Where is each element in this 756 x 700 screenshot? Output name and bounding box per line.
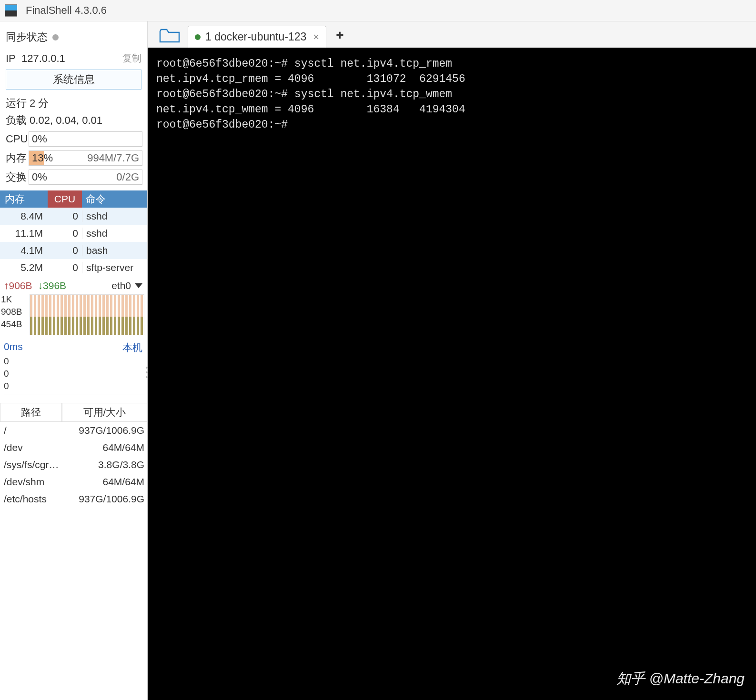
tab-bar: 1 docker-ubuntu-123 × + — [148, 21, 756, 48]
title-bar: FinalShell 4.3.0.6 — [0, 0, 756, 21]
cpu-row: CPU 0% — [0, 130, 147, 149]
mem-percent: 13% — [29, 152, 53, 164]
disk-row[interactable]: /etc/hosts937G/1006.9G — [0, 490, 147, 508]
disk-table: 路径 可用/大小 /937G/1006.9G/dev64M/64M/sys/fs… — [0, 403, 147, 508]
right-pane: 1 docker-ubuntu-123 × + root@6e56f3dbe02… — [148, 21, 756, 700]
tab-label: 1 docker-ubuntu-123 — [205, 30, 306, 43]
ping-graph: 0 0 0 — [4, 355, 145, 394]
mem-label: 内存 — [6, 151, 29, 165]
disk-row[interactable]: /sys/fs/cgro...3.8G/3.8G — [0, 456, 147, 473]
proc-cmd: bash — [82, 245, 147, 256]
ping-yaxis-0: 0 — [4, 355, 145, 368]
process-row[interactable]: 11.1M0sshd — [0, 225, 147, 242]
new-tab-button[interactable]: + — [336, 28, 343, 43]
disk-row[interactable]: /dev/shm64M/64M — [0, 473, 147, 490]
process-row[interactable]: 8.4M0sshd — [0, 208, 147, 225]
watermark-text: 知乎 @Matte-Zhang — [616, 669, 745, 689]
disk-size: 3.8G/3.8G — [62, 459, 147, 470]
splitter-handle[interactable] — [146, 367, 151, 378]
proc-cmd: sftp-server — [82, 262, 147, 273]
cpu-percent: 0% — [29, 133, 47, 145]
disk-header-path[interactable]: 路径 — [0, 403, 62, 422]
tab-session[interactable]: 1 docker-ubuntu-123 × — [188, 26, 326, 48]
swap-bar: 0% 0/2G — [29, 170, 142, 185]
disk-size: 64M/64M — [62, 476, 147, 488]
swap-detail: 0/2G — [116, 171, 139, 183]
proc-mem: 4.1M — [0, 245, 48, 256]
disk-row[interactable]: /dev64M/64M — [0, 439, 147, 456]
net-yaxis-2: 454B — [1, 318, 22, 330]
ping-yaxis-2: 0 — [4, 380, 145, 392]
sync-status-dot-icon — [52, 34, 59, 40]
net-upload: ↑906B — [4, 280, 32, 291]
network-graph: 1K 908B 454B — [0, 293, 145, 336]
proc-cpu: 0 — [48, 228, 82, 239]
ping-header: 0ms 本机 — [0, 336, 147, 355]
net-interface-dropdown[interactable]: eth0 — [111, 280, 142, 291]
swap-percent: 0% — [29, 171, 47, 183]
connection-status-dot-icon — [195, 34, 201, 40]
process-row[interactable]: 4.1M0bash — [0, 242, 147, 259]
ip-row: IP 127.0.0.1 复制 — [0, 50, 147, 70]
proc-cpu: 0 — [48, 210, 82, 222]
network-header: ↑906B ↓396B eth0 — [0, 276, 147, 293]
swap-row: 交换 0% 0/2G — [0, 168, 147, 187]
disk-path: /dev — [0, 442, 62, 453]
system-info-button[interactable]: 系统信息 — [6, 70, 141, 90]
proc-mem: 8.4M — [0, 210, 48, 222]
proc-header-mem[interactable]: 内存 — [0, 192, 48, 206]
mem-detail: 994M/7.7G — [87, 152, 139, 164]
disk-size: 64M/64M — [62, 442, 147, 453]
proc-header-cmd[interactable]: 命令 — [82, 192, 147, 206]
disk-size: 937G/1006.9G — [62, 493, 147, 505]
net-yaxis-1: 908B — [1, 306, 22, 318]
terminal[interactable]: root@6e56f3dbe020:~# sysctl net.ipv4.tcp… — [148, 48, 756, 700]
proc-mem: 5.2M — [0, 262, 48, 273]
disk-path: /etc/hosts — [0, 493, 62, 505]
proc-cmd: sshd — [82, 228, 147, 239]
sidebar: 同步状态 IP 127.0.0.1 复制 系统信息 运行 2 分 负载 0.02… — [0, 21, 148, 700]
sync-status-label: 同步状态 — [6, 30, 48, 44]
app-title: FinalShell 4.3.0.6 — [26, 4, 107, 17]
process-table-header[interactable]: 内存 CPU 命令 — [0, 190, 147, 208]
disk-table-header[interactable]: 路径 可用/大小 — [0, 403, 147, 422]
load-text: 负载 0.02, 0.04, 0.01 — [0, 112, 147, 130]
net-yaxis-0: 1K — [1, 293, 22, 306]
proc-cpu: 0 — [48, 245, 82, 256]
uptime-text: 运行 2 分 — [0, 95, 147, 112]
disk-path: /dev/shm — [0, 476, 62, 488]
sync-status-row: 同步状态 — [0, 21, 147, 50]
ip-value: 127.0.0.1 — [21, 52, 65, 65]
swap-label: 交换 — [6, 170, 29, 184]
proc-cmd: sshd — [82, 210, 147, 222]
ip-label: IP — [6, 52, 16, 65]
net-download: ↓396B — [38, 280, 67, 291]
net-interface-label: eth0 — [111, 280, 131, 291]
mem-row: 内存 13% 994M/7.7G — [0, 149, 147, 168]
copy-ip-button[interactable]: 复制 — [122, 52, 141, 65]
cpu-bar: 0% — [29, 131, 142, 147]
disk-row[interactable]: /937G/1006.9G — [0, 422, 147, 439]
mem-bar: 13% 994M/7.7G — [29, 150, 142, 166]
disk-path: /sys/fs/cgro... — [0, 459, 62, 470]
disk-size: 937G/1006.9G — [62, 425, 147, 436]
chevron-down-icon — [135, 283, 142, 288]
disk-path: / — [0, 425, 62, 436]
ping-latency: 0ms — [4, 341, 23, 354]
tab-close-button[interactable]: × — [313, 31, 319, 43]
folder-icon[interactable] — [159, 28, 180, 44]
ping-host-dropdown[interactable]: 本机 — [122, 341, 142, 354]
process-table: 内存 CPU 命令 8.4M0sshd11.1M0sshd4.1M0bash5.… — [0, 190, 147, 276]
proc-header-cpu[interactable]: CPU — [48, 193, 82, 205]
process-row[interactable]: 5.2M0sftp-server — [0, 259, 147, 276]
proc-cpu: 0 — [48, 262, 82, 273]
ping-yaxis-1: 0 — [4, 368, 145, 380]
cpu-label: CPU — [6, 133, 29, 145]
proc-mem: 11.1M — [0, 228, 48, 239]
app-icon — [5, 4, 17, 17]
disk-header-size[interactable]: 可用/大小 — [62, 403, 147, 422]
